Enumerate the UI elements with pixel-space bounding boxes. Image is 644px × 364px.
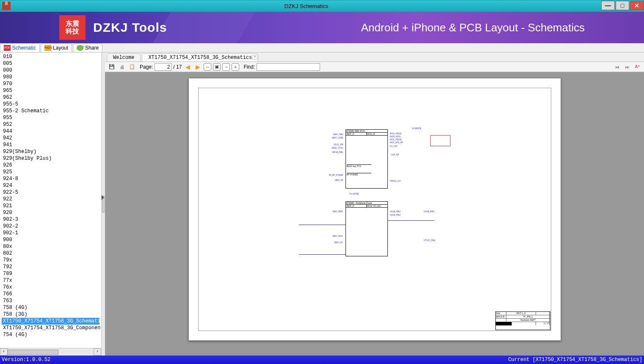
maximize-button[interactable]: □ <box>616 1 629 10</box>
print-icon[interactable]: 🖨 <box>118 63 126 71</box>
tree-item[interactable]: XT1750_X71754_XT1758_3G_Component_Loca <box>2 325 100 331</box>
tab-current-file[interactable]: XT1750_X71754_XT1758_3G_Schematics × <box>142 53 258 61</box>
tree-item[interactable]: 980 <box>2 74 100 81</box>
tree-item[interactable]: 925 <box>2 169 100 175</box>
tree-item[interactable]: XT1750_X71754_XT1758_3G_Schematics <box>2 318 100 325</box>
tree-item[interactable]: 929(Shelby Plus) <box>2 155 100 162</box>
tree-item[interactable]: 924-8 <box>2 175 100 182</box>
minimize-button[interactable]: — <box>601 1 615 10</box>
tree-item[interactable]: 79x <box>2 257 100 264</box>
pdf-icon: PDF <box>4 45 11 51</box>
tab-welcome[interactable]: Welcome <box>107 53 141 61</box>
tree-item[interactable]: 902-2 <box>2 223 100 230</box>
fit-width-button[interactable]: ↔ <box>204 63 211 71</box>
fit-page-button[interactable]: ▣ <box>213 63 221 71</box>
tree-item[interactable]: 924 <box>2 182 100 189</box>
scroll-thumb[interactable] <box>8 350 58 355</box>
tree-item[interactable]: 922 <box>2 196 100 203</box>
tab-share[interactable]: Share <box>73 43 102 52</box>
tree-item[interactable]: 010 <box>2 53 100 60</box>
tree-item[interactable]: 922-5 <box>2 189 100 196</box>
scroll-right-button[interactable]: › <box>94 348 101 356</box>
tree-item[interactable]: 955-5 <box>2 101 100 108</box>
tree-item[interactable]: 789 <box>2 270 100 277</box>
tree-item[interactable]: 929(Shelby) <box>2 148 100 155</box>
tree-item[interactable]: 955 <box>2 114 100 121</box>
tree-item[interactable]: 802 <box>2 250 100 257</box>
tree-item[interactable]: 005 <box>2 60 100 67</box>
tree-item[interactable]: 941 <box>2 142 100 148</box>
scroll-left-button[interactable]: ‹ <box>0 348 8 356</box>
tree-item[interactable]: 970 <box>2 81 100 87</box>
page-viewport[interactable]: MT6580 ABB/ WCN VBAT_P WCN_IF BULK reg. … <box>105 72 644 356</box>
content-pane: Welcome XT1750_X71754_XT1758_3G_Schemati… <box>105 53 644 356</box>
tree-item[interactable]: 766 <box>2 291 100 297</box>
copy-icon[interactable]: 📋 <box>128 63 136 71</box>
device-tree[interactable]: 010005000980970965962955-5955-2 Schemati… <box>0 53 101 348</box>
tree-item[interactable]: 921 <box>2 203 100 209</box>
tree-item[interactable]: 955-2 Schematic <box>2 108 100 114</box>
tree-item[interactable]: 944 <box>2 128 100 135</box>
tree-item[interactable]: 77x <box>2 277 100 284</box>
find-input[interactable] <box>257 63 320 71</box>
sidebar-hscrollbar[interactable]: ‹ › <box>0 348 101 356</box>
tree-item[interactable]: 76x <box>2 284 100 291</box>
brand-logo: 东震 科技 <box>59 15 86 40</box>
prev-page-button[interactable]: ◀ <box>183 63 192 71</box>
tree-item[interactable]: 754 (4G) <box>2 331 100 338</box>
mode-tab-bar: PDF Schematic PADS Layout Share <box>0 43 644 53</box>
splitter-arrow-icon <box>102 195 104 200</box>
tree-item[interactable]: 763 <box>2 297 100 304</box>
block2-title: MT6580 --Peripheral Power <box>346 202 387 205</box>
drawing-titleblock: SizeMOT 1_G 数码专家YF_945_1 Hardware DEPT 2… <box>495 311 550 330</box>
tree-item[interactable]: 792 <box>2 264 100 270</box>
splitter[interactable] <box>102 53 105 356</box>
zoom-in-button[interactable]: + <box>232 63 239 71</box>
document-toolbar: 💾 🖨 📋 Page: / 17 ◀ ▶ ↔ ▣ − + Find: ⏮ ⏭ A… <box>105 62 644 72</box>
tree-item[interactable]: 758 (3G) <box>2 311 100 318</box>
close-tab-icon[interactable]: × <box>252 55 257 60</box>
window-title: DZKJ Schematics <box>12 3 600 9</box>
zoom-out-button[interactable]: − <box>222 63 230 71</box>
schematic-diagram: MT6580 ABB/ WCN VBAT_P WCN_IF BULK reg. … <box>299 129 528 278</box>
scroll-track[interactable] <box>8 348 94 356</box>
tree-item[interactable]: 80x <box>2 243 100 250</box>
tree-item[interactable]: 965 <box>2 87 100 94</box>
ic-block-mt6580-periph: MT6580 --Peripheral Power VBAT_P WCN/ XO… <box>345 201 388 256</box>
main-area: 010005000980970965962955-5955-2 Schemati… <box>0 53 644 356</box>
brand-tagline: Android + iPhone & PCB Layout - Schemati… <box>361 21 585 34</box>
tree-item[interactable]: 962 <box>2 94 100 101</box>
tree-item[interactable]: 902-3 <box>2 216 100 223</box>
share-icon <box>77 45 83 51</box>
tree-item[interactable]: 902-1 <box>2 230 100 236</box>
tree-item[interactable]: 942 <box>2 135 100 142</box>
tree-item[interactable]: 000 <box>2 67 100 74</box>
page-total: / 17 <box>173 64 182 70</box>
tree-item[interactable]: 900 <box>2 236 100 243</box>
tree-item[interactable]: 920 <box>2 209 100 216</box>
next-page-button[interactable]: ▶ <box>193 63 202 71</box>
highlight-box <box>430 135 451 146</box>
find-prev-button[interactable]: ⏮ <box>613 63 621 71</box>
block1-title: MT6580 ABB/ WCN <box>346 130 387 133</box>
tree-item[interactable]: 926 <box>2 162 100 169</box>
schematic-page: MT6580 ABB/ WCN VBAT_P WCN_IF BULK reg. … <box>188 78 561 341</box>
tree-item[interactable]: 758 (4G) <box>2 304 100 311</box>
sidebar: 010005000980970965962955-5955-2 Schemati… <box>0 53 102 356</box>
ic-block-mt6580-abb: MT6580 ABB/ WCN VBAT_P WCN_IF BULK reg. … <box>345 129 388 189</box>
page-input[interactable] <box>155 63 171 71</box>
tab-schematic[interactable]: PDF Schematic <box>0 43 40 52</box>
titlebar: 震 DZKJ Schematics — □ ✕ <box>0 0 644 12</box>
save-icon[interactable]: 💾 <box>108 63 116 71</box>
version-label: Version:1.0.0.52 <box>2 357 50 363</box>
close-button[interactable]: ✕ <box>630 1 644 10</box>
find-label: Find: <box>243 64 255 70</box>
statusbar: Version:1.0.0.52 Current [XT1750_X71754_… <box>0 356 644 364</box>
document-tab-bar: Welcome XT1750_X71754_XT1758_3G_Schemati… <box>105 53 644 62</box>
text-search-icon[interactable]: Aᵃ <box>633 63 641 71</box>
find-next-button[interactable]: ⏭ <box>623 63 631 71</box>
tab-layout[interactable]: PADS Layout <box>41 43 72 52</box>
app-icon: 震 <box>2 2 11 10</box>
tree-item[interactable]: 952 <box>2 121 100 128</box>
page-label: Page: <box>140 64 153 70</box>
